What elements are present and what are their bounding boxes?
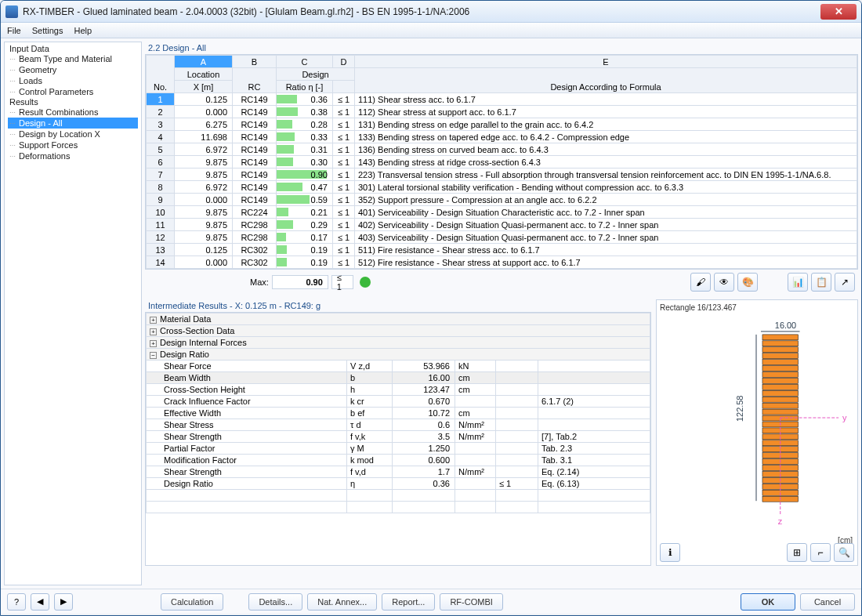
group-design-internal-forces[interactable]: +Design Internal Forces: [147, 337, 650, 349]
detail-row[interactable]: Cross-Section Heighth123.47cm: [147, 384, 650, 396]
check-ok-icon: [360, 277, 371, 288]
cancel-button[interactable]: Cancel: [800, 593, 855, 611]
tool-icon-6[interactable]: ↗: [835, 273, 855, 292]
detail-row[interactable]: Modification Factork mod0.600Tab. 3.1: [147, 455, 650, 466]
tree-design-all[interactable]: Design - All: [8, 118, 138, 129]
tree-design-location-x[interactable]: Design by Location X: [8, 129, 138, 140]
calculation-button[interactable]: Calculation: [161, 593, 223, 611]
table-row[interactable]: 2 0.000RC149 0.38 ≤ 1112) Shear stress a…: [147, 106, 857, 118]
table-row[interactable]: 4 11.698RC149 0.33 ≤ 1133) Bending stres…: [147, 131, 857, 143]
svg-rect-14: [762, 409, 799, 415]
table-row[interactable]: 13 0.125RC302 0.19 ≤ 1511) Fire resistan…: [147, 244, 857, 256]
design-table[interactable]: No. A B C D E Location RC Design Design …: [145, 54, 858, 270]
svg-rect-5: [762, 353, 799, 359]
help-icon[interactable]: ?: [7, 593, 26, 611]
tree-control-params[interactable]: Control Parameters: [8, 86, 138, 97]
tree-support-forces[interactable]: Support Forces: [8, 140, 138, 150]
tree-geometry[interactable]: Geometry: [8, 64, 138, 75]
table-row[interactable]: 9 0.000RC149 0.59 ≤ 1352) Support pressu…: [147, 194, 857, 206]
details-button[interactable]: Details...: [248, 593, 302, 611]
col-b[interactable]: B: [233, 56, 277, 68]
table-row[interactable]: 6 9.875RC149 0.30 ≤ 1143) Bending stress…: [147, 156, 857, 168]
tree-loads[interactable]: Loads: [8, 75, 138, 86]
tree-input-data[interactable]: Input Data: [8, 44, 138, 53]
svg-rect-2: [762, 335, 799, 340]
group-design-ratio[interactable]: −Design Ratio: [147, 349, 650, 361]
svg-rect-10: [762, 384, 799, 390]
table-row[interactable]: 1 0.125RC149 0.36 ≤ 1111) Shear stress a…: [147, 93, 857, 106]
hdr-lim: [333, 81, 355, 93]
cross-section-title: Rectangle 16/123.467: [660, 303, 854, 312]
close-button[interactable]: ✕: [820, 4, 857, 20]
ok-button[interactable]: OK: [741, 593, 795, 611]
detail-row[interactable]: Effective Widthb ef10.72cm: [147, 408, 650, 419]
max-value: 0.90: [272, 275, 328, 289]
menu-bar: File Settings Help: [1, 23, 861, 38]
navigation-tree: Input Data Beam Type and Material Geomet…: [4, 42, 142, 585]
tool-icon-4[interactable]: 📊: [788, 273, 808, 292]
svg-text:y: y: [842, 413, 847, 422]
rf-combi-button[interactable]: RF-COMBI: [440, 593, 502, 611]
detail-row[interactable]: Shear Strengthf v,k3.5N/mm²[7], Tab.2: [147, 431, 650, 443]
tool-icon-3[interactable]: 🎨: [737, 273, 758, 292]
group-cross-section-data[interactable]: +Cross-Section Data: [147, 325, 650, 337]
group-material-data[interactable]: +Material Data: [147, 313, 650, 325]
next-icon[interactable]: ▶: [54, 593, 73, 611]
col-c[interactable]: C: [277, 56, 333, 68]
cs-tool-3[interactable]: 🔍: [834, 543, 854, 562]
col-no: No.: [147, 56, 175, 93]
svg-rect-9: [762, 378, 799, 383]
svg-rect-7: [762, 366, 799, 371]
max-label: Max:: [250, 277, 269, 287]
tool-icon-1[interactable]: 🖌: [690, 273, 711, 292]
info-icon[interactable]: ℹ: [660, 543, 680, 562]
col-e[interactable]: E: [355, 56, 857, 68]
cs-tool-2[interactable]: ⌐: [810, 543, 831, 562]
cs-tool-1[interactable]: ⊞: [787, 543, 807, 562]
report-button[interactable]: Report...: [382, 593, 435, 611]
hdr-ratio: Ratio η [-]: [277, 81, 333, 93]
menu-file[interactable]: File: [7, 23, 21, 38]
table-row[interactable]: 11 9.875RC298 0.29 ≤ 1402) Serviceabilit…: [147, 219, 857, 231]
table-row[interactable]: 5 6.972RC149 0.31 ≤ 1136) Bending stress…: [147, 143, 857, 156]
detail-row[interactable]: Shear Strengthf v,d1.7N/mm²Eq. (2.14): [147, 466, 650, 478]
tool-icon-2[interactable]: 👁: [714, 273, 734, 292]
svg-rect-3: [762, 341, 799, 346]
nat-annex-button[interactable]: Nat. Annex...: [307, 593, 377, 611]
table-row[interactable]: 7 9.875RC149 0.90 ≤ 1223) Transversal te…: [147, 168, 857, 181]
prev-icon[interactable]: ◀: [31, 593, 49, 611]
detail-row[interactable]: Partial Factorγ M1.250Tab. 2.3: [147, 443, 650, 455]
detail-row[interactable]: Shear Stressτ d0.6N/mm²: [147, 419, 650, 431]
detail-row[interactable]: Design Ratioη0.36≤ 1Eq. (6.13): [147, 478, 650, 490]
tree-result-combinations[interactable]: Result Combinations: [8, 107, 138, 118]
table-row[interactable]: 12 9.875RC298 0.17 ≤ 1403) Serviceabilit…: [147, 231, 857, 244]
table-row[interactable]: 8 6.972RC149 0.47 ≤ 1301) Lateral torsio…: [147, 181, 857, 194]
table-row[interactable]: 10 9.875RC224 0.21 ≤ 1401) Serviceabilit…: [147, 206, 857, 219]
svg-rect-12: [762, 397, 799, 402]
detail-row[interactable]: Crack Influence Factork cr0.6706.1.7 (2): [147, 396, 650, 408]
tree-beam-type[interactable]: Beam Type and Material: [8, 53, 138, 64]
max-limit: ≤ 1: [331, 275, 353, 289]
footer-bar: ? ◀ ▶ Calculation Details... Nat. Annex.…: [1, 589, 861, 614]
tool-icon-5[interactable]: 📋: [811, 273, 831, 292]
col-d[interactable]: D: [333, 56, 355, 68]
menu-help[interactable]: Help: [74, 23, 92, 38]
cs-width-label: 16.00: [775, 321, 796, 330]
detail-row[interactable]: Shear ForceV z,d53.966kN: [147, 361, 650, 372]
hdr-location: Location: [175, 68, 233, 81]
table-row[interactable]: 3 6.275RC149 0.28 ≤ 1131) Bending stress…: [147, 118, 857, 131]
svg-rect-13: [762, 403, 799, 408]
detail-row[interactable]: Beam Widthb16.00cm: [147, 372, 650, 384]
app-icon: [5, 5, 18, 18]
svg-rect-8: [762, 372, 799, 378]
tree-deformations[interactable]: Deformations: [8, 150, 138, 161]
cross-section-preview: Rectangle 16/123.467 16.00 122.58 y z [c…: [656, 299, 858, 566]
hdr-rc: RC: [233, 68, 277, 93]
tree-results[interactable]: Results: [8, 97, 138, 107]
intermediate-results-title: Intermediate Results - X: 0.125 m - RC14…: [145, 299, 651, 312]
svg-rect-4: [762, 347, 799, 353]
table-row[interactable]: 14 0.000RC302 0.19 ≤ 1512) Fire resistan…: [147, 256, 857, 269]
col-a[interactable]: A: [175, 56, 233, 68]
intermediate-results-table[interactable]: +Material Data +Cross-Section Data +Desi…: [145, 312, 651, 566]
menu-settings[interactable]: Settings: [32, 23, 63, 38]
